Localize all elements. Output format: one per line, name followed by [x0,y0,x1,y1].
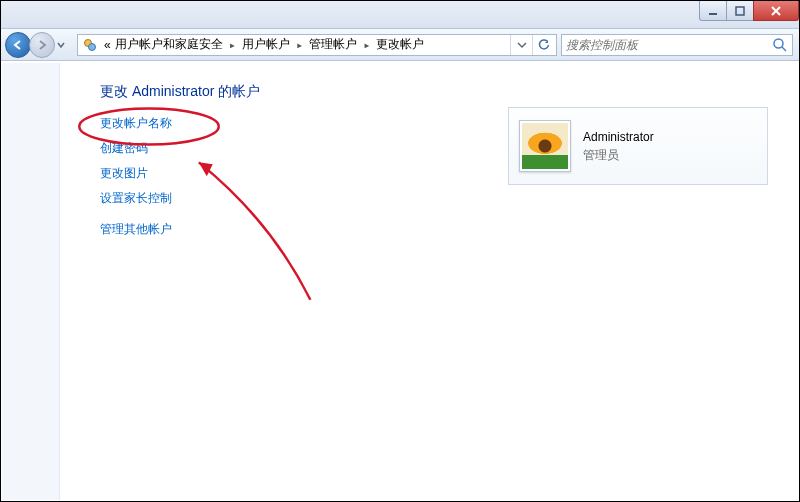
user-tile: Administrator 管理员 [508,107,768,185]
manage-other-accounts-link[interactable]: 管理其他帐户 [100,222,172,236]
forward-button[interactable] [29,32,55,58]
search-box[interactable] [561,34,793,56]
refresh-icon [538,39,550,51]
window-close-button[interactable] [753,1,799,21]
address-bar-buttons [510,35,554,55]
nav-history-dropdown[interactable] [55,33,67,57]
svg-rect-1 [736,7,744,15]
user-info: Administrator 管理员 [583,128,654,164]
maximize-icon [734,5,746,17]
main-panel: 更改 Administrator 的帐户 更改帐户名称 创建密码 更改图片 设置… [60,63,798,500]
close-icon [770,5,782,17]
arrow-right-icon [36,39,48,51]
breadcrumb-item[interactable]: 用户帐户 [240,36,292,53]
content-area: 更改 Administrator 的帐户 更改帐户名称 创建密码 更改图片 设置… [2,62,798,500]
chevron-down-icon [517,40,527,50]
breadcrumb-prefix: « [102,38,113,52]
avatar [519,120,571,172]
chevron-right-icon: ▸ [292,38,307,52]
chevron-right-icon: ▸ [225,38,240,52]
chevron-right-icon: ▸ [359,38,374,52]
user-role: 管理员 [583,146,654,164]
change-account-name-link[interactable]: 更改帐户名称 [100,116,172,130]
breadcrumb-item[interactable]: 用户帐户和家庭安全 [113,36,225,53]
left-rail [2,63,60,500]
back-button[interactable] [5,32,31,58]
search-input[interactable] [566,38,772,52]
navigation-bar: « 用户帐户和家庭安全 ▸ 用户帐户 ▸ 管理帐户 ▸ 更改帐户 [1,29,799,61]
nav-arrows [5,32,67,58]
search-icon [772,37,788,53]
svg-point-6 [774,39,783,48]
window-maximize-button[interactable] [726,1,754,21]
create-password-link[interactable]: 创建密码 [100,141,148,155]
address-bar[interactable]: « 用户帐户和家庭安全 ▸ 用户帐户 ▸ 管理帐户 ▸ 更改帐户 [77,34,557,56]
address-dropdown-button[interactable] [510,35,532,55]
minimize-icon [707,5,719,17]
window-controls [700,1,799,21]
breadcrumb: « 用户帐户和家庭安全 ▸ 用户帐户 ▸ 管理帐户 ▸ 更改帐户 [102,36,426,53]
svg-point-5 [89,43,96,50]
change-picture-link[interactable]: 更改图片 [100,166,148,180]
page-title: 更改 Administrator 的帐户 [100,83,768,101]
control-panel-icon [82,37,98,53]
arrow-left-icon [12,39,24,51]
refresh-button[interactable] [532,35,554,55]
breadcrumb-item[interactable]: 管理帐户 [307,36,359,53]
window-titlebar [1,1,799,29]
avatar-image [522,123,568,169]
user-name: Administrator [583,128,654,146]
window-minimize-button[interactable] [699,1,727,21]
svg-line-7 [782,47,786,51]
parental-controls-link[interactable]: 设置家长控制 [100,191,172,205]
breadcrumb-item[interactable]: 更改帐户 [374,36,426,53]
chevron-down-icon [57,41,65,49]
